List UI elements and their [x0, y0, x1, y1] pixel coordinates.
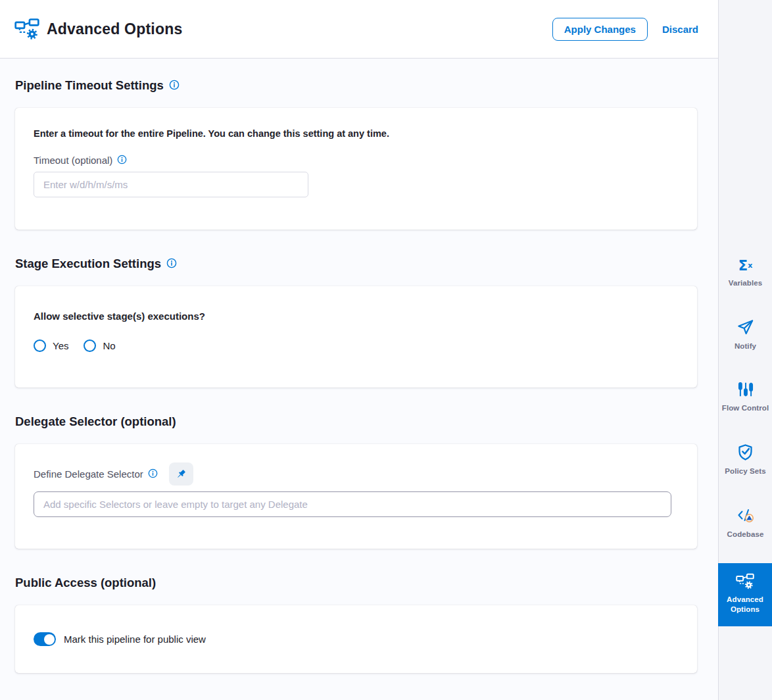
section-public-access: Public Access (optional) Mark this pipel…: [15, 576, 697, 673]
public-access-heading: Public Access (optional): [15, 576, 156, 590]
stage-execution-card: Allow selective stage(s) executions? Yes…: [15, 286, 697, 388]
delegate-field-label-row: Define Delegate Selector: [34, 463, 679, 486]
sidebar-item-flow-control[interactable]: Flow Control: [719, 374, 772, 420]
timeout-description: Enter a timeout for the entire Pipeline.…: [34, 128, 679, 139]
stage-execution-heading: Stage Execution Settings: [15, 257, 161, 271]
public-view-toggle-row: Mark this pipeline for public view: [34, 632, 679, 646]
section-heading: Public Access (optional): [15, 576, 697, 590]
timeout-field-label-row: Timeout (optional): [34, 155, 679, 166]
sidebar-item-label: Advanced Options: [720, 595, 770, 615]
info-icon[interactable]: [166, 258, 177, 268]
sidebar-item-label: Policy Sets: [725, 466, 765, 477]
pin-icon: [174, 468, 187, 481]
radio-option-yes[interactable]: Yes: [34, 339, 68, 352]
info-icon[interactable]: [169, 80, 180, 90]
public-access-card: Mark this pipeline for public view: [15, 605, 697, 673]
sidebar-item-codebase[interactable]: Codebase: [719, 499, 772, 547]
sidebar-item-notify[interactable]: Notify: [719, 312, 772, 359]
shield-check-icon: [736, 443, 754, 461]
timeout-field-label: Timeout (optional): [34, 155, 112, 166]
discard-button[interactable]: Discard: [661, 20, 700, 39]
sidebar-item-label: Codebase: [727, 530, 764, 540]
sigma-x-icon: Σx: [738, 259, 752, 273]
pipeline-gear-icon: [14, 18, 39, 40]
pipeline-gear-icon: [736, 573, 754, 589]
sliders-icon: [737, 381, 754, 398]
timeout-card: Enter a timeout for the entire Pipeline.…: [15, 108, 697, 230]
public-view-toggle[interactable]: [34, 632, 56, 646]
sidebar-item-policy-sets[interactable]: Policy Sets: [719, 437, 772, 484]
selective-execution-radio-group: Yes No: [34, 339, 679, 352]
timeout-input[interactable]: [34, 172, 308, 197]
section-delegate-selector: Delegate Selector (optional) Define Dele…: [15, 414, 697, 549]
section-pipeline-timeout: Pipeline Timeout Settings Enter a timeou…: [15, 78, 697, 230]
sidebar-item-label: Variables: [729, 278, 762, 289]
delegate-selector-input[interactable]: [34, 491, 671, 517]
paper-plane-icon: [736, 318, 754, 336]
selective-execution-question: Allow selective stage(s) executions?: [34, 311, 679, 322]
sidebar-item-label: Flow Control: [722, 403, 769, 414]
radio-yes-label: Yes: [53, 340, 68, 351]
public-view-toggle-label: Mark this pipeline for public view: [64, 634, 206, 645]
delegate-selector-heading: Delegate Selector (optional): [15, 414, 176, 429]
sidebar-item-label: Notify: [735, 341, 756, 352]
toggle-knob: [44, 634, 55, 645]
pipeline-timeout-heading: Pipeline Timeout Settings: [15, 78, 164, 93]
info-icon[interactable]: [148, 468, 158, 478]
section-stage-execution: Stage Execution Settings Allow selective…: [15, 257, 697, 388]
radio-no-label: No: [103, 340, 115, 351]
sidebar-item-variables[interactable]: Σx Variables: [719, 252, 772, 295]
pin-button[interactable]: [169, 463, 193, 486]
advanced-options-panel: Advanced Options Apply Changes Discard P…: [0, 0, 772, 700]
right-rail: Σx Variables Notify: [718, 0, 772, 700]
panel-header: Advanced Options Apply Changes Discard: [0, 0, 718, 59]
section-heading: Stage Execution Settings: [15, 257, 697, 271]
radio-no[interactable]: [84, 339, 96, 352]
main-panel: Advanced Options Apply Changes Discard P…: [0, 0, 718, 700]
page-title: Advanced Options: [47, 20, 552, 38]
radio-yes[interactable]: [34, 339, 46, 352]
settings-content: Pipeline Timeout Settings Enter a timeou…: [0, 59, 718, 673]
section-heading: Pipeline Timeout Settings: [15, 78, 697, 93]
section-heading: Delegate Selector (optional): [15, 414, 697, 429]
code-warning-icon: [736, 506, 755, 524]
radio-option-no[interactable]: No: [84, 339, 115, 352]
right-rail-items: Σx Variables Notify: [719, 252, 772, 626]
info-icon[interactable]: [117, 155, 127, 164]
apply-changes-button[interactable]: Apply Changes: [552, 18, 648, 41]
sidebar-item-advanced-options[interactable]: Advanced Options: [718, 563, 772, 626]
delegate-selector-card: Define Delegate Selector: [15, 444, 697, 549]
delegate-field-label: Define Delegate Selector: [34, 468, 143, 480]
